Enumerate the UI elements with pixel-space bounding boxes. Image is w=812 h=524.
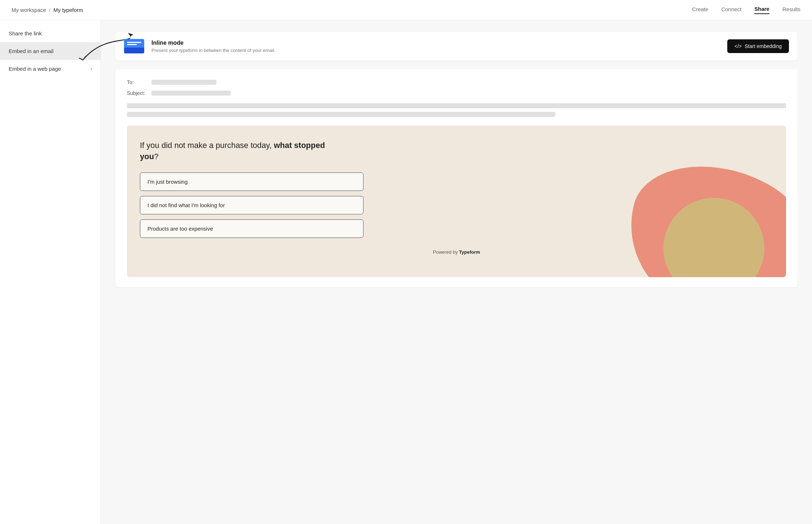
sidebar-label-embed-web: Embed in a web page [9, 66, 61, 72]
typeform-name: My typeform [53, 7, 83, 13]
sidebar: Share the link Embed in an email Embed i… [0, 20, 101, 524]
embed-description: Present your typeform in between the con… [151, 48, 720, 53]
nav-links: Create Connect Share Results [692, 6, 800, 14]
powered-by: Powered by Typeform [140, 249, 773, 255]
question-bold: what stopped you [140, 141, 325, 161]
nav-connect[interactable]: Connect [721, 6, 741, 14]
email-body-lines [127, 103, 786, 117]
start-embedding-button[interactable]: </> Start embedding [727, 39, 789, 53]
breadcrumb-separator: / [49, 7, 50, 13]
body-line-1 [127, 103, 786, 108]
nav-share[interactable]: Share [754, 6, 769, 14]
content-area: Inline mode Present your typeform in bet… [101, 20, 812, 524]
icon-lines [127, 42, 141, 45]
sidebar-label-share-link: Share the link [9, 30, 42, 36]
typeform-option-2[interactable]: I did not find what I'm looking for [140, 196, 363, 214]
embed-info: Inline mode Present your typeform in bet… [151, 40, 720, 53]
email-to-field: To: [127, 79, 786, 85]
sidebar-label-embed-email: Embed in an email [9, 48, 53, 54]
typeform-question: If you did not make a purchase today, wh… [140, 140, 342, 162]
breadcrumb: My workspace / My typeform [12, 7, 83, 13]
workspace-link[interactable]: My workspace [12, 7, 46, 13]
code-icon: </> [734, 43, 742, 49]
email-preview: To: Subject: If you did not make a purch… [115, 69, 798, 287]
inline-mode-icon [124, 39, 144, 53]
typeform-option-1[interactable]: I'm just browsing [140, 173, 363, 191]
option-1-label: I'm just browsing [147, 179, 187, 185]
typeform-content: If you did not make a purchase today, wh… [140, 140, 773, 255]
sidebar-item-embed-web[interactable]: Embed in a web page › [0, 60, 101, 78]
sidebar-item-embed-email[interactable]: Embed in an email [0, 42, 101, 60]
to-value-placeholder [151, 80, 216, 85]
powered-by-text: Powered by [433, 249, 459, 255]
icon-line-2 [127, 44, 137, 45]
chevron-right-icon: › [91, 66, 92, 71]
typeform-preview: If you did not make a purchase today, wh… [127, 126, 786, 277]
nav-results[interactable]: Results [782, 6, 800, 14]
option-2-label: I did not find what I'm looking for [147, 202, 225, 208]
icon-line-1 [127, 42, 141, 43]
nav-create[interactable]: Create [692, 6, 708, 14]
typeform-option-3[interactable]: Products are too expensive [140, 219, 363, 238]
embed-header-card: Inline mode Present your typeform in bet… [115, 32, 798, 61]
subject-value-placeholder [151, 91, 231, 96]
embed-title: Inline mode [151, 40, 720, 46]
top-nav: My workspace / My typeform Create Connec… [0, 0, 812, 20]
sidebar-item-share-link[interactable]: Share the link [0, 25, 101, 42]
email-subject-field: Subject: [127, 90, 786, 96]
body-line-2 [127, 112, 555, 117]
main-layout: Share the link Embed in an email Embed i… [0, 20, 812, 524]
to-label: To: [127, 79, 149, 85]
subject-label: Subject: [127, 90, 149, 96]
typeform-brand: Typeform [459, 249, 480, 255]
option-3-label: Products are too expensive [147, 226, 213, 232]
start-embedding-label: Start embedding [745, 43, 782, 49]
